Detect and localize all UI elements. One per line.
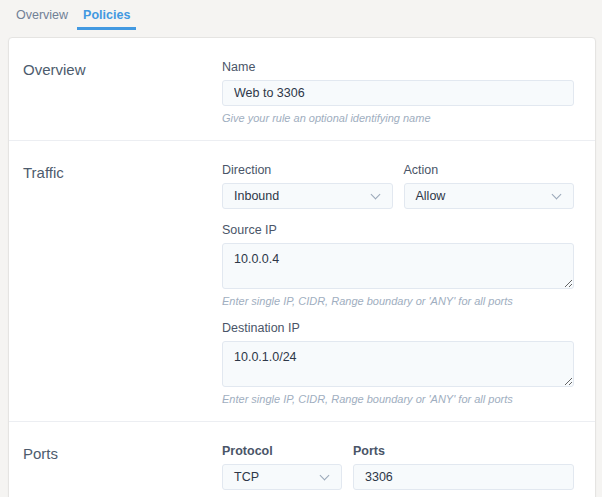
section-overview-heading: Overview [23, 61, 222, 124]
action-select[interactable]: Allow [404, 183, 575, 209]
direction-label: Direction [222, 164, 393, 177]
ports-label: Ports [353, 445, 574, 458]
chevron-down-icon [370, 190, 380, 200]
name-help-text: Give your rule an optional identifying n… [222, 112, 574, 124]
protocol-selected-value: TCP [234, 470, 259, 484]
tab-overview[interactable]: Overview [10, 5, 74, 30]
direction-select[interactable]: Inbound [222, 183, 393, 209]
ports-field: Ports Enter single port, range, or 'ANY'… [353, 445, 574, 497]
source-ip-field: Source IP 10.0.0.4 Enter single IP, CIDR… [222, 224, 574, 307]
protocol-field: Protocol TCP [222, 445, 342, 497]
protocol-select[interactable]: TCP [222, 464, 342, 490]
section-ports-heading: Ports [23, 445, 222, 497]
action-label: Action [404, 164, 575, 177]
section-traffic-heading: Traffic [23, 164, 222, 405]
protocol-ports-row: Protocol TCP Ports Enter single port, ra… [222, 445, 574, 497]
chevron-down-icon [320, 471, 330, 481]
name-label: Name [222, 61, 574, 74]
section-ports: Ports Protocol TCP Ports Enter single po… [9, 421, 595, 497]
name-field: Name Give your rule an optional identify… [222, 61, 574, 124]
source-ip-help-text: Enter single IP, CIDR, Range boundary or… [222, 295, 574, 307]
destination-ip-help-text: Enter single IP, CIDR, Range boundary or… [222, 393, 574, 405]
tab-bar: Overview Policies [0, 0, 602, 30]
direction-field: Direction Inbound [222, 164, 393, 209]
protocol-label: Protocol [222, 445, 342, 458]
policy-form-card: Overview Name Give your rule an optional… [8, 37, 596, 497]
section-overview: Overview Name Give your rule an optional… [9, 38, 595, 140]
source-ip-textarea[interactable]: 10.0.0.4 [222, 243, 574, 289]
section-traffic: Traffic Direction Inbound Action Allow [9, 140, 595, 421]
name-input[interactable] [222, 80, 574, 106]
chevron-down-icon [552, 190, 562, 200]
destination-ip-textarea[interactable]: 10.0.1.0/24 [222, 341, 574, 387]
source-ip-label: Source IP [222, 224, 574, 237]
direction-selected-value: Inbound [234, 189, 279, 203]
destination-ip-label: Destination IP [222, 322, 574, 335]
direction-action-row: Direction Inbound Action Allow [222, 164, 574, 209]
tab-policies[interactable]: Policies [77, 5, 136, 30]
action-selected-value: Allow [416, 189, 446, 203]
action-field: Action Allow [404, 164, 575, 209]
destination-ip-field: Destination IP 10.0.1.0/24 Enter single … [222, 322, 574, 405]
ports-input[interactable] [353, 464, 574, 490]
